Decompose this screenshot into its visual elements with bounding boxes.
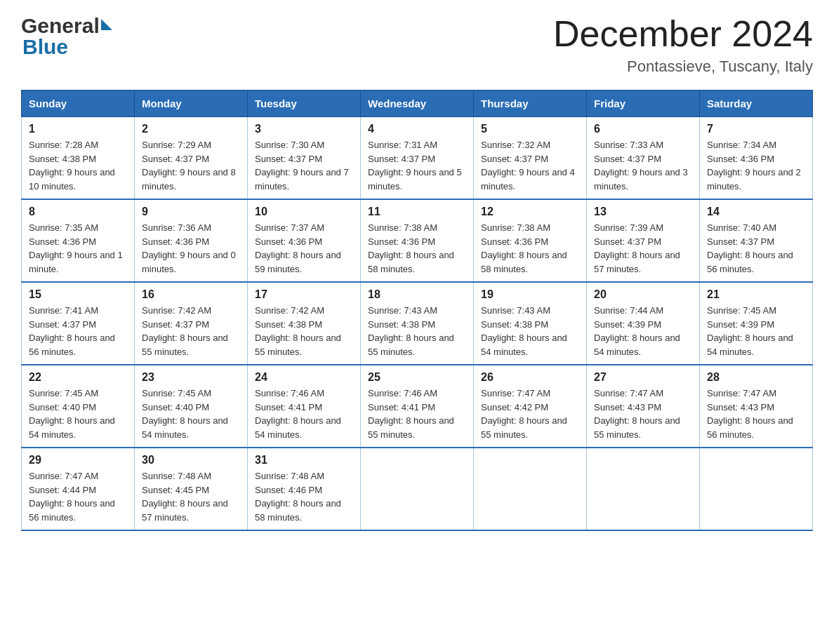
calendar-day-cell: 30Sunrise: 7:48 AMSunset: 4:45 PMDayligh… — [135, 448, 248, 530]
day-number: 3 — [255, 123, 353, 135]
calendar-day-cell: 7Sunrise: 7:34 AMSunset: 4:36 PMDaylight… — [700, 117, 813, 200]
day-header-friday: Friday — [587, 90, 700, 117]
day-info: Sunrise: 7:45 AMSunset: 4:40 PMDaylight:… — [29, 387, 127, 441]
day-info: Sunrise: 7:41 AMSunset: 4:37 PMDaylight:… — [29, 304, 127, 358]
day-number: 27 — [594, 371, 692, 384]
calendar-week-row: 8Sunrise: 7:35 AMSunset: 4:36 PMDaylight… — [22, 199, 813, 282]
day-number: 2 — [142, 123, 240, 135]
calendar-day-cell: 10Sunrise: 7:37 AMSunset: 4:36 PMDayligh… — [248, 199, 361, 282]
day-info: Sunrise: 7:31 AMSunset: 4:37 PMDaylight:… — [368, 138, 466, 193]
calendar-day-cell — [587, 448, 700, 530]
logo-general-text: General — [21, 14, 100, 38]
day-info: Sunrise: 7:34 AMSunset: 4:36 PMDaylight:… — [707, 138, 805, 193]
calendar-day-cell: 2Sunrise: 7:29 AMSunset: 4:37 PMDaylight… — [135, 117, 248, 200]
day-number: 15 — [29, 288, 127, 301]
month-title: December 2024 — [553, 14, 813, 54]
day-number: 11 — [368, 206, 466, 218]
calendar-day-cell: 18Sunrise: 7:43 AMSunset: 4:38 PMDayligh… — [361, 282, 474, 365]
day-number: 17 — [255, 288, 353, 301]
calendar-day-cell: 13Sunrise: 7:39 AMSunset: 4:37 PMDayligh… — [587, 199, 700, 282]
day-header-sunday: Sunday — [22, 90, 135, 117]
calendar-day-cell: 24Sunrise: 7:46 AMSunset: 4:41 PMDayligh… — [248, 365, 361, 448]
day-info: Sunrise: 7:47 AMSunset: 4:44 PMDaylight:… — [29, 469, 127, 524]
calendar-week-row: 15Sunrise: 7:41 AMSunset: 4:37 PMDayligh… — [22, 282, 813, 365]
calendar-day-cell: 12Sunrise: 7:38 AMSunset: 4:36 PMDayligh… — [474, 199, 587, 282]
day-number: 28 — [707, 371, 805, 384]
day-info: Sunrise: 7:43 AMSunset: 4:38 PMDaylight:… — [368, 304, 466, 358]
logo-chevron-icon — [101, 19, 112, 30]
calendar-day-cell: 6Sunrise: 7:33 AMSunset: 4:37 PMDaylight… — [587, 117, 700, 200]
day-number: 21 — [707, 288, 805, 301]
calendar-day-cell: 15Sunrise: 7:41 AMSunset: 4:37 PMDayligh… — [22, 282, 135, 365]
calendar-day-cell: 9Sunrise: 7:36 AMSunset: 4:36 PMDaylight… — [135, 199, 248, 282]
day-number: 26 — [481, 371, 579, 384]
day-info: Sunrise: 7:48 AMSunset: 4:46 PMDaylight:… — [255, 469, 353, 524]
day-info: Sunrise: 7:29 AMSunset: 4:37 PMDaylight:… — [142, 138, 240, 193]
day-header-monday: Monday — [135, 90, 248, 117]
calendar-week-row: 22Sunrise: 7:45 AMSunset: 4:40 PMDayligh… — [22, 365, 813, 448]
calendar-day-cell: 1Sunrise: 7:28 AMSunset: 4:38 PMDaylight… — [22, 117, 135, 200]
calendar-day-cell: 16Sunrise: 7:42 AMSunset: 4:37 PMDayligh… — [135, 282, 248, 365]
logo: General Blue — [21, 14, 112, 59]
day-number: 5 — [481, 123, 579, 135]
day-number: 12 — [481, 206, 579, 218]
day-info: Sunrise: 7:32 AMSunset: 4:37 PMDaylight:… — [481, 138, 579, 193]
calendar-day-cell: 4Sunrise: 7:31 AMSunset: 4:37 PMDaylight… — [361, 117, 474, 200]
logo-blue-text: Blue — [22, 35, 68, 59]
calendar-day-cell — [474, 448, 587, 530]
day-number: 7 — [707, 123, 805, 135]
day-info: Sunrise: 7:42 AMSunset: 4:38 PMDaylight:… — [255, 304, 353, 358]
calendar-day-cell: 3Sunrise: 7:30 AMSunset: 4:37 PMDaylight… — [248, 117, 361, 200]
day-number: 14 — [707, 206, 805, 218]
day-number: 24 — [255, 371, 353, 384]
location-subtitle: Pontassieve, Tuscany, Italy — [553, 58, 813, 76]
day-info: Sunrise: 7:48 AMSunset: 4:45 PMDaylight:… — [142, 469, 240, 524]
day-info: Sunrise: 7:47 AMSunset: 4:42 PMDaylight:… — [481, 387, 579, 441]
day-number: 20 — [594, 288, 692, 301]
day-number: 18 — [368, 288, 466, 301]
day-info: Sunrise: 7:46 AMSunset: 4:41 PMDaylight:… — [255, 387, 353, 441]
calendar-day-cell: 17Sunrise: 7:42 AMSunset: 4:38 PMDayligh… — [248, 282, 361, 365]
calendar-week-row: 29Sunrise: 7:47 AMSunset: 4:44 PMDayligh… — [22, 448, 813, 530]
day-info: Sunrise: 7:36 AMSunset: 4:36 PMDaylight:… — [142, 221, 240, 276]
day-number: 29 — [29, 454, 127, 467]
day-number: 23 — [142, 371, 240, 384]
calendar-table: SundayMondayTuesdayWednesdayThursdayFrid… — [21, 90, 813, 531]
day-info: Sunrise: 7:45 AMSunset: 4:39 PMDaylight:… — [707, 304, 805, 358]
day-number: 31 — [255, 454, 353, 467]
day-info: Sunrise: 7:38 AMSunset: 4:36 PMDaylight:… — [368, 221, 466, 276]
calendar-day-cell: 19Sunrise: 7:43 AMSunset: 4:38 PMDayligh… — [474, 282, 587, 365]
day-info: Sunrise: 7:45 AMSunset: 4:40 PMDaylight:… — [142, 387, 240, 441]
day-number: 1 — [29, 123, 127, 135]
day-header-tuesday: Tuesday — [248, 90, 361, 117]
day-info: Sunrise: 7:38 AMSunset: 4:36 PMDaylight:… — [481, 221, 579, 276]
calendar-day-cell: 8Sunrise: 7:35 AMSunset: 4:36 PMDaylight… — [22, 199, 135, 282]
day-header-wednesday: Wednesday — [361, 90, 474, 117]
day-info: Sunrise: 7:42 AMSunset: 4:37 PMDaylight:… — [142, 304, 240, 358]
calendar-day-cell: 21Sunrise: 7:45 AMSunset: 4:39 PMDayligh… — [700, 282, 813, 365]
day-info: Sunrise: 7:44 AMSunset: 4:39 PMDaylight:… — [594, 304, 692, 358]
page-header: General Blue December 2024 Pontassieve, … — [21, 14, 813, 76]
day-number: 16 — [142, 288, 240, 301]
day-number: 19 — [481, 288, 579, 301]
calendar-day-cell: 27Sunrise: 7:47 AMSunset: 4:43 PMDayligh… — [587, 365, 700, 448]
day-number: 9 — [142, 206, 240, 218]
day-number: 4 — [368, 123, 466, 135]
calendar-day-cell: 29Sunrise: 7:47 AMSunset: 4:44 PMDayligh… — [22, 448, 135, 530]
day-info: Sunrise: 7:46 AMSunset: 4:41 PMDaylight:… — [368, 387, 466, 441]
day-number: 6 — [594, 123, 692, 135]
day-info: Sunrise: 7:39 AMSunset: 4:37 PMDaylight:… — [594, 221, 692, 276]
day-info: Sunrise: 7:28 AMSunset: 4:38 PMDaylight:… — [29, 138, 127, 193]
calendar-header-row: SundayMondayTuesdayWednesdayThursdayFrid… — [22, 90, 813, 117]
day-number: 30 — [142, 454, 240, 467]
day-info: Sunrise: 7:33 AMSunset: 4:37 PMDaylight:… — [594, 138, 692, 193]
day-number: 13 — [594, 206, 692, 218]
calendar-day-cell: 20Sunrise: 7:44 AMSunset: 4:39 PMDayligh… — [587, 282, 700, 365]
day-info: Sunrise: 7:30 AMSunset: 4:37 PMDaylight:… — [255, 138, 353, 193]
day-info: Sunrise: 7:47 AMSunset: 4:43 PMDaylight:… — [594, 387, 692, 441]
calendar-day-cell: 5Sunrise: 7:32 AMSunset: 4:37 PMDaylight… — [474, 117, 587, 200]
calendar-day-cell: 22Sunrise: 7:45 AMSunset: 4:40 PMDayligh… — [22, 365, 135, 448]
day-header-saturday: Saturday — [700, 90, 813, 117]
calendar-day-cell: 28Sunrise: 7:47 AMSunset: 4:43 PMDayligh… — [700, 365, 813, 448]
day-info: Sunrise: 7:40 AMSunset: 4:37 PMDaylight:… — [707, 221, 805, 276]
